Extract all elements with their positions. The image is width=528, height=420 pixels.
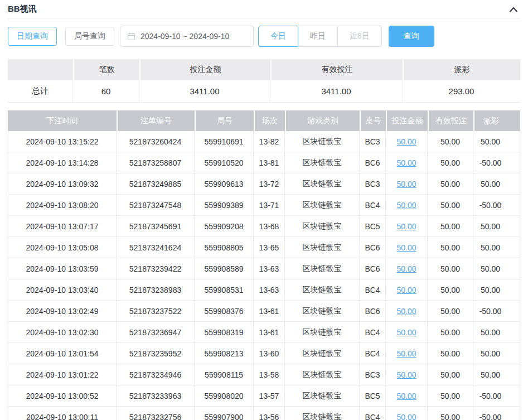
col-header-table-no: 桌号 [360, 110, 386, 131]
cell-bet-time: 2024-09-10 13:01:22 [8, 364, 117, 385]
search-button[interactable]: 查询 [389, 26, 434, 47]
bet-amount-link[interactable]: 50.00 [396, 243, 416, 252]
bet-amount-link[interactable]: 50.00 [396, 307, 416, 316]
cell-payout: 50.00 [473, 131, 520, 152]
cell-session: 13-63 [254, 279, 285, 301]
cell-table-no: BC4 [360, 343, 386, 364]
toolbar: 日期查询 局号查询 2024-09-10 ~ 2024-09-10 今日 昨日 … [8, 26, 520, 47]
table-row: 2024-09-10 13:01:22521873234946559908115… [8, 364, 520, 385]
cell-table-no: BC4 [360, 195, 386, 216]
cell-bet-time: 2024-09-10 13:07:17 [8, 216, 117, 237]
col-header-bet-amount: 投注金额 [386, 110, 428, 131]
last-8-days-button[interactable]: 近8日 [337, 26, 382, 47]
cell-valid-bet: 50.00 [428, 195, 473, 216]
cell-table-no: BC4 [360, 407, 386, 420]
cell-bet-time: 2024-09-10 13:03:59 [8, 258, 117, 279]
cell-table-no: BC6 [360, 152, 386, 173]
cell-valid-bet: 50.00 [428, 301, 473, 322]
bet-amount-link[interactable]: 50.00 [396, 180, 416, 189]
cell-bet-time: 2024-09-10 13:02:49 [8, 301, 117, 322]
table-row: 2024-09-10 13:00:52521873233963559908020… [8, 385, 520, 407]
cell-table-no: BC3 [360, 131, 386, 152]
chevron-up-icon[interactable] [508, 5, 519, 14]
bet-amount-link[interactable]: 50.00 [396, 222, 416, 231]
cell-bet-amount: 50.00 [386, 407, 428, 420]
cell-valid-bet: 50.00 [428, 343, 473, 364]
summary-bet-amount-value: 3411.00 [139, 80, 270, 103]
today-button[interactable]: 今日 [258, 26, 298, 47]
bet-amount-link[interactable]: 50.00 [396, 158, 416, 167]
bet-amount-link[interactable]: 50.00 [396, 137, 416, 146]
cell-bet-amount: 50.00 [386, 364, 428, 385]
bet-table-body: 2024-09-10 13:15:22521873260424559910691… [8, 131, 520, 420]
cell-order-no: 521873234946 [117, 364, 195, 385]
cell-game-type: 区块链骰宝 [285, 343, 360, 364]
cell-game-type: 区块链骰宝 [285, 173, 360, 195]
summary-total-label: 总计 [8, 80, 73, 103]
bet-amount-link[interactable]: 50.00 [396, 349, 416, 358]
bet-amount-link[interactable]: 50.00 [396, 201, 416, 210]
cell-bet-time: 2024-09-10 13:01:54 [8, 343, 117, 364]
cell-bet-time: 2024-09-10 13:08:20 [8, 195, 117, 216]
date-range-input[interactable]: 2024-09-10 ~ 2024-09-10 [120, 26, 254, 47]
cell-order-no: 521873260424 [117, 131, 195, 152]
bet-amount-link[interactable]: 50.00 [396, 392, 416, 400]
cell-order-no: 521873233963 [117, 385, 195, 407]
cell-round-no: 559908115 [195, 364, 254, 385]
cell-round-no: 559909613 [195, 173, 254, 195]
cell-order-no: 521873238983 [117, 279, 195, 301]
cell-bet-amount: 50.00 [386, 385, 428, 407]
cell-round-no: 559908213 [195, 343, 254, 364]
cell-valid-bet: 50.00 [428, 173, 473, 195]
cell-bet-time: 2024-09-10 13:03:40 [8, 279, 117, 301]
cell-round-no: 559909389 [195, 195, 254, 216]
cell-valid-bet: 50.00 [428, 407, 473, 420]
summary-total-row: 总计 60 3411.00 3411.00 293.00 [8, 80, 520, 103]
bet-amount-link[interactable]: 50.00 [396, 413, 416, 420]
bet-amount-link[interactable]: 50.00 [396, 286, 416, 295]
cell-table-no: BC5 [360, 385, 386, 407]
cell-session: 13-60 [254, 343, 285, 364]
summary-header-blank [8, 59, 73, 80]
cell-payout: 50.00 [473, 343, 520, 364]
table-row: 2024-09-10 13:05:08521873241624559908805… [8, 237, 520, 258]
cell-order-no: 521873258807 [117, 152, 195, 173]
cell-bet-amount: 50.00 [386, 279, 428, 301]
bet-amount-link[interactable]: 50.00 [396, 328, 416, 337]
cell-bet-time: 2024-09-10 13:00:52 [8, 385, 117, 407]
cell-valid-bet: 50.00 [428, 258, 473, 279]
cell-bet-time: 2024-09-10 13:15:22 [8, 131, 117, 152]
table-row: 2024-09-10 13:14:28521873258807559910520… [8, 152, 520, 173]
bet-amount-link[interactable]: 50.00 [396, 264, 416, 273]
bet-table: 下注时间 注单编号 局号 场次 游戏类别 桌号 投注金额 有效投注 派彩 202… [8, 110, 520, 420]
col-header-payout: 派彩 [473, 110, 520, 131]
panel-title: BB视讯 [8, 4, 37, 15]
summary-header-valid-bet: 有效投注 [270, 59, 403, 80]
cell-order-no: 521873247548 [117, 195, 195, 216]
cell-valid-bet: 50.00 [428, 385, 473, 407]
table-row: 2024-09-10 13:02:49521873237522559908376… [8, 301, 520, 322]
cell-order-no: 521873249885 [117, 173, 195, 195]
cell-payout: 50.00 [473, 322, 520, 343]
cell-session: 13-71 [254, 195, 285, 216]
round-query-button[interactable]: 局号查询 [65, 27, 114, 46]
cell-bet-amount: 50.00 [386, 216, 428, 237]
table-row: 2024-09-10 13:07:17521873245691559909208… [8, 216, 520, 237]
cell-round-no: 559910520 [195, 152, 254, 173]
cell-round-no: 559908319 [195, 322, 254, 343]
bet-amount-link[interactable]: 50.00 [396, 370, 416, 379]
cell-session: 13-82 [254, 131, 285, 152]
calendar-icon [127, 32, 135, 41]
cell-game-type: 区块链骰宝 [285, 364, 360, 385]
summary-header-row: 笔数 投注金额 有效投注 派彩 [8, 59, 520, 80]
date-query-button[interactable]: 日期查询 [8, 27, 57, 46]
yesterday-button[interactable]: 昨日 [298, 26, 338, 47]
cell-round-no: 559907900 [195, 407, 254, 420]
cell-game-type: 区块链骰宝 [285, 385, 360, 407]
cell-table-no: BC3 [360, 364, 386, 385]
cell-game-type: 区块链骰宝 [285, 279, 360, 301]
cell-bet-amount: 50.00 [386, 195, 428, 216]
cell-game-type: 区块链骰宝 [285, 407, 360, 420]
cell-session: 13-63 [254, 258, 285, 279]
summary-payout-value: 293.00 [403, 80, 520, 103]
